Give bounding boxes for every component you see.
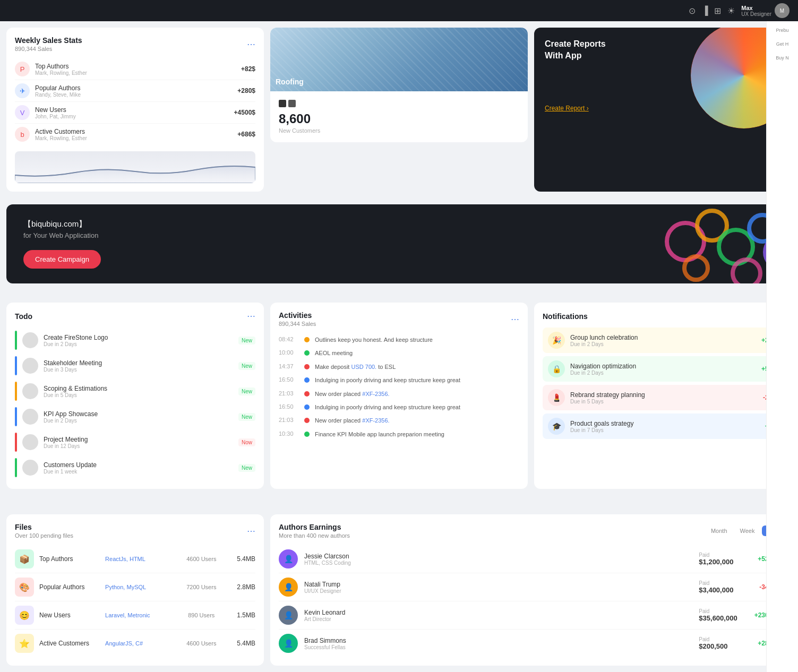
todo-badge: Now (238, 438, 255, 446)
notif-due: Due in 5 Days (570, 399, 758, 404)
activity-text: Make deposit USD 700. to ESL (315, 363, 396, 371)
activity-text: AEOL meeting (315, 349, 353, 357)
user-role: UX Designer (741, 11, 771, 17)
todo-avatar (22, 332, 38, 348)
author-avatar: 👤 (279, 549, 298, 568)
stat-info: Active Customers Mark, Rowling, Esther (35, 128, 232, 141)
activity-dot (304, 364, 310, 369)
notif-info: Rebrand strategy planning Due in 5 Days (570, 391, 758, 404)
todo-badge: New (238, 413, 255, 421)
brightness-icon[interactable]: ☀ (727, 6, 735, 16)
todo-dot (15, 356, 17, 375)
author-info: Brad Simmons Successful Fellas (304, 637, 692, 650)
author-paid-label: Paid (699, 608, 741, 614)
search-icon[interactable]: ⊙ (689, 6, 696, 16)
file-row: 😊 New Users Laravel, Metronic 890 Users … (15, 601, 255, 630)
sidebar-item-prebu[interactable]: Prebu (776, 28, 788, 33)
notif-info: Group lunch celebration Due in 2 Days (570, 334, 756, 347)
notifications-title: Notifications (543, 312, 588, 321)
todo-item: Project Meeting Due in 12 Days Now (15, 429, 255, 455)
todo-dot (15, 382, 17, 401)
create-report-link[interactable]: Create Report › (545, 105, 606, 112)
todo-dot (15, 433, 17, 452)
todo-due: Due in 3 Days (44, 367, 233, 373)
todo-item: Customers Update Due in 1 week New (15, 455, 255, 480)
todo-name: Create FireStone Logo (44, 334, 233, 341)
sidebar-item-buyn[interactable]: Buy N (776, 55, 789, 61)
file-tech: Laravel, Metronic (105, 612, 166, 618)
activities-more-icon[interactable]: ⋯ (511, 314, 519, 324)
tab-month[interactable]: Month (706, 525, 733, 536)
authors-list: 👤 Jessie Clarcson HTML, CSS Coding Paid … (279, 545, 783, 657)
stat-name: Popular Authors (35, 84, 232, 92)
activity-dot (304, 337, 310, 342)
sidebar-item-geth[interactable]: Get H (776, 41, 789, 47)
right-sidebar: Prebu Get H Buy N (766, 21, 798, 672)
author-name: Jessie Clarcson (304, 553, 692, 560)
activity-time: 14:37 (279, 363, 299, 369)
todo-name: Stakeholder Meeting (44, 359, 233, 367)
author-avatar: 👤 (279, 578, 298, 597)
stat-value: +4500$ (234, 109, 255, 116)
notifications-list: 🎉 Group lunch celebration Due in 2 Days … (543, 328, 783, 439)
weekly-sales-card: Weekly Sales Stats 890,344 Sales ⋯ P Top… (6, 28, 264, 192)
activities-header: Activities 890,344 Sales ⋯ (279, 311, 519, 327)
author-paid-section: Paid $1,200,000 (699, 552, 741, 566)
notification-item: 💄 Rebrand strategy planning Due in 5 Day… (543, 385, 783, 410)
files-header: Files Over 100 pending files ⋯ (15, 523, 255, 539)
svg-point-5 (684, 256, 708, 280)
create-reports-text: Create Reports With App Create Report › (545, 38, 606, 112)
tab-week[interactable]: Week (735, 525, 760, 536)
main-content: Weekly Sales Stats 890,344 Sales ⋯ P Top… (0, 21, 798, 672)
notification-item: 🔒 Navigation optimization Due in 2 Days … (543, 356, 783, 382)
row-4: Files Over 100 pending files ⋯ 📦 Top Aut… (6, 495, 792, 666)
sales-chart (15, 151, 255, 183)
activity-time: 21:03 (279, 390, 299, 397)
todo-avatar (22, 409, 38, 425)
weekly-sales-subtitle: 890,344 Sales (15, 46, 82, 52)
activities-list: 08:42 Outlines keep you honest. And keep… (279, 333, 519, 441)
grid-icon[interactable]: ⊞ (714, 6, 721, 16)
roofing-column: Roofing 8,600 New Customers (270, 28, 528, 192)
activity-item: 10:00 AEOL meeting (279, 347, 519, 360)
author-amount: $35,600,000 (699, 614, 741, 622)
file-icon: 🎨 (15, 578, 34, 597)
file-tech: AngularJS, C# (105, 640, 166, 647)
author-paid-section: Paid $3,400,000 (699, 580, 741, 594)
notif-name: Rebrand strategy planning (570, 391, 758, 399)
user-profile[interactable]: Max UX Designer M (741, 3, 790, 18)
notifications-card: Notifications ⋯ 🎉 Group lunch celebratio… (534, 303, 792, 489)
stat-info: Popular Authors Randy, Steve, Mike (35, 84, 232, 98)
svg-point-6 (733, 260, 760, 283)
author-name: Natali Trump (304, 581, 692, 588)
avatar[interactable]: M (775, 3, 790, 18)
file-icon: ⭐ (15, 634, 34, 653)
activity-link[interactable]: USD 700. (351, 364, 376, 370)
stat-item: P Top Authors Mark, Rowling, Esther +82$ (15, 58, 255, 80)
todo-info: Create FireStone Logo Due in 2 Days (44, 334, 233, 347)
file-name: Popular Authors (39, 583, 100, 591)
file-size: 5.4MB (237, 555, 255, 563)
activity-dot (304, 350, 310, 356)
activity-text: Finance KPI Mobile app launch preparion … (315, 430, 444, 438)
activity-link[interactable]: #XF-2356. (362, 391, 389, 397)
files-more-icon[interactable]: ⋯ (247, 526, 255, 536)
create-campaign-button[interactable]: Create Campaign (23, 250, 101, 269)
earnings-title: Authors Earnings (279, 523, 350, 531)
todo-badge: New (238, 464, 255, 472)
activity-link[interactable]: #XF-2356. (362, 417, 389, 424)
earnings-card: Authors Earnings More than 400 new autho… (270, 514, 792, 666)
author-info: Natali Trump UI/UX Designer (304, 581, 692, 594)
todo-more-icon[interactable]: ⋯ (247, 311, 255, 321)
author-row: 👤 Brad Simmons Successful Fellas Paid $2… (279, 630, 783, 657)
author-name: Kevin Leonard (304, 609, 692, 616)
more-options-icon[interactable]: ⋯ (247, 39, 255, 49)
activity-dot (304, 377, 310, 383)
todo-badge: New (238, 337, 255, 344)
file-size: 5.4MB (237, 640, 255, 647)
todo-title: Todo (15, 312, 32, 321)
new-customers-section: 8,600 New Customers (270, 91, 528, 142)
todo-avatar (22, 383, 38, 399)
stat-icon: ✈ (15, 83, 30, 98)
activity-dot (304, 432, 310, 437)
